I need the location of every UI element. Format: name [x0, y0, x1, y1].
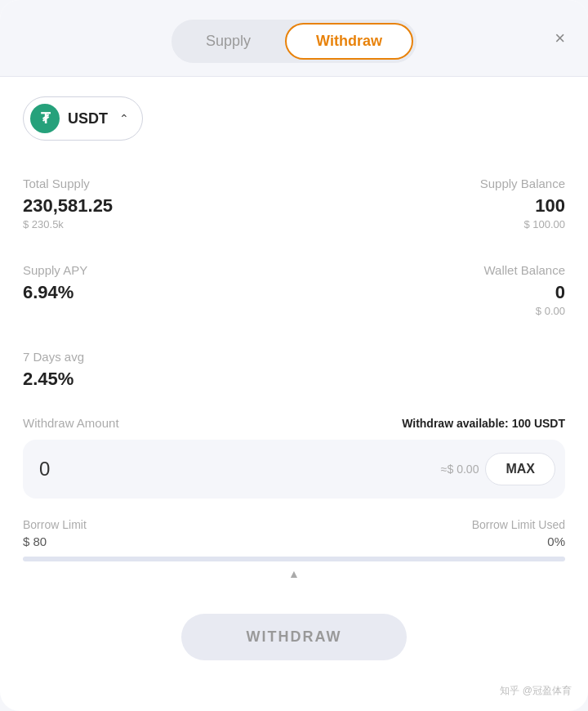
close-button[interactable]: ×	[555, 29, 565, 47]
tab-bar: Supply Withdraw ×	[0, 0, 588, 76]
tab-group: Supply Withdraw	[172, 20, 416, 63]
max-button[interactable]: MAX	[485, 453, 555, 485]
tab-withdraw[interactable]: Withdraw	[285, 23, 413, 60]
withdraw-input[interactable]	[39, 458, 434, 481]
supply-balance-usd: $ 100.00	[294, 218, 565, 230]
seven-days-label: 7 Days avg	[23, 350, 565, 364]
seven-days-avg-cell: 7 Days avg 2.45%	[23, 337, 565, 409]
token-name: USDT	[68, 110, 108, 127]
supply-apy-label: Supply APY	[23, 263, 294, 277]
withdraw-button[interactable]: WITHDRAW	[181, 614, 408, 660]
withdraw-input-row: ≈$ 0.00 MAX	[23, 440, 565, 499]
supply-balance-cell: Supply Balance 100 $ 100.00	[294, 163, 565, 244]
borrow-limit-left: Borrow Limit $ 80	[23, 518, 87, 548]
tab-supply[interactable]: Supply	[175, 23, 282, 60]
wallet-balance-value: 0	[294, 282, 565, 303]
stats-row-2: Supply APY 6.94% Wallet Balance 0 $ 0.00	[23, 250, 565, 330]
token-icon: ₮	[30, 104, 60, 133]
withdraw-available: Withdraw available: 100 USDT	[402, 417, 565, 430]
total-supply-label: Total Supply	[23, 177, 294, 190]
supply-balance-label: Supply Balance	[294, 177, 565, 190]
chevron-up-container: ▲	[23, 566, 565, 581]
wallet-balance-usd: $ 0.00	[294, 305, 565, 317]
withdraw-section: Withdraw Amount Withdraw available: 100 …	[23, 416, 565, 581]
total-supply-cell: Total Supply 230,581.25 $ 230.5k	[23, 163, 294, 244]
watermark: 知乎 @冠盈体育	[500, 684, 572, 698]
total-supply-usd: $ 230.5k	[23, 218, 294, 230]
stats-row-1: Total Supply 230,581.25 $ 230.5k Supply …	[23, 163, 565, 244]
borrow-limit-used-label: Borrow Limit Used	[472, 518, 565, 531]
supply-balance-value: 100	[294, 195, 565, 217]
chevron-up-icon: ▲	[288, 567, 300, 580]
main-content: ₮ USDT ⌃ Total Supply 230,581.25 $ 230.5…	[0, 96, 588, 581]
withdraw-input-usd: ≈$ 0.00	[441, 463, 479, 476]
divider	[0, 76, 588, 77]
total-supply-value: 230,581.25	[23, 195, 294, 217]
modal-container: Supply Withdraw × ₮ USDT ⌃ Total Supply …	[0, 0, 588, 711]
borrow-limit-right: Borrow Limit Used 0%	[472, 518, 565, 548]
borrow-limit-label: Borrow Limit	[23, 518, 87, 531]
wallet-balance-label: Wallet Balance	[294, 263, 565, 277]
borrow-info: Borrow Limit $ 80 Borrow Limit Used 0%	[23, 512, 565, 548]
progress-bar	[23, 557, 565, 561]
seven-days-value: 2.45%	[23, 369, 565, 390]
supply-apy-cell: Supply APY 6.94%	[23, 250, 294, 330]
borrow-limit-value: $ 80	[23, 534, 87, 548]
supply-apy-value: 6.94%	[23, 282, 294, 303]
chevron-up-icon: ⌃	[119, 112, 129, 125]
token-selector[interactable]: ₮ USDT ⌃	[23, 96, 143, 141]
withdraw-btn-container: WITHDRAW	[0, 614, 588, 677]
withdraw-header: Withdraw Amount Withdraw available: 100 …	[23, 416, 565, 430]
wallet-balance-cell: Wallet Balance 0 $ 0.00	[294, 250, 565, 330]
borrow-limit-used-value: 0%	[472, 534, 565, 548]
withdraw-amount-label: Withdraw Amount	[23, 416, 119, 430]
